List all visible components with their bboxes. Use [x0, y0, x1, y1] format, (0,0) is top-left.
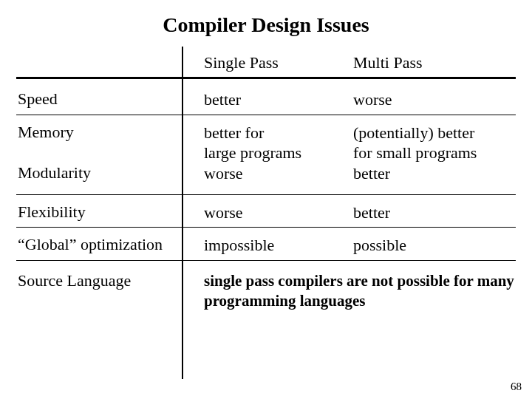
label-speed: Speed [16, 89, 194, 109]
cell-flexibility-single: worse [194, 202, 349, 223]
cell-speed-single: better [194, 89, 349, 110]
cell-memory-single: better for large programs [194, 123, 349, 163]
cell-source-language-note: single pass compilers are not possible f… [194, 271, 516, 312]
row-flexibility: Flexibility worse better [16, 195, 516, 228]
page-title: Compiler Design Issues [16, 13, 516, 37]
cell-modularity-single: worse [194, 163, 349, 184]
label-source-language: Source Language [16, 271, 194, 312]
header-empty [16, 53, 194, 72]
cell-memory-multi: (potentially) better for small programs [349, 123, 516, 163]
header-multi-pass: Multi Pass [349, 53, 516, 72]
page-number: 68 [511, 381, 522, 393]
label-modularity: Modularity [16, 163, 194, 183]
row-modularity: Modularity worse better [16, 163, 516, 194]
row-source-language: Source Language single pass compilers ar… [16, 261, 516, 316]
label-memory: Memory [16, 123, 194, 142]
label-global-optimization: “Global” optimization [16, 235, 194, 254]
row-global-optimization: “Global” optimization impossible possibl… [16, 228, 516, 261]
comparison-table: Single Pass Multi Pass Speed better wors… [16, 53, 516, 316]
header-single-pass: Single Pass [194, 53, 349, 72]
cell-flexibility-multi: better [349, 202, 516, 223]
cell-modularity-multi: better [349, 163, 516, 184]
label-flexibility: Flexibility [16, 202, 194, 222]
row-speed: Speed better worse [16, 82, 516, 115]
cell-global-opt-single: impossible [194, 235, 349, 256]
row-memory-modularity-group: Memory better for large programs (potent… [16, 115, 516, 195]
header-row: Single Pass Multi Pass [16, 53, 516, 79]
row-memory: Memory better for large programs (potent… [16, 115, 516, 163]
cell-speed-multi: worse [349, 89, 516, 110]
cell-global-opt-multi: possible [349, 235, 516, 256]
